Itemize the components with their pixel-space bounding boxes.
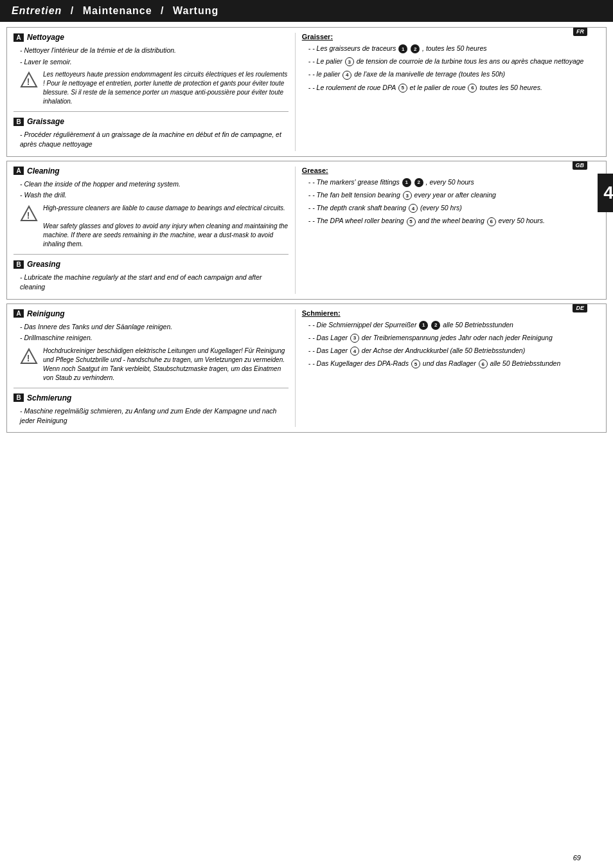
de-badge-5a: 5 [411, 359, 420, 368]
fr-greasing-label: B [13, 118, 24, 126]
de-cleaning-item-1: Das Innere des Tanks und der Säanlage re… [20, 322, 289, 332]
de-grease-item-1: - Die Schmiernippel der Spurreißer 1 2 a… [308, 320, 600, 330]
header-sep1: / [71, 5, 74, 16]
gb-greasing-title-text: Greasing [27, 260, 60, 269]
page-header: Entretien / Maintenance / Wartung [0, 0, 613, 22]
gb-badge-4: 4 [409, 204, 418, 213]
page-tab-number: 4 [603, 183, 613, 203]
de-warning-icon: ! [20, 348, 38, 366]
de-greasing-title: B Schmierung [13, 393, 289, 402]
fr-warning-text: Les nettoyeurs haute pression endommagen… [43, 70, 289, 106]
de-greasing-title-text: Schmierung [27, 393, 71, 402]
gb-cleaning-item-1: Clean the inside of the hopper and meter… [20, 179, 289, 189]
gb-grease-item-4: - The DPA wheel roller bearing 5 and the… [308, 216, 600, 226]
fr-grease-title: Graisser: [302, 33, 600, 41]
gb-cleaning-item-2: Wash the drill. [20, 190, 289, 200]
svg-text:!: ! [27, 210, 30, 221]
fr-cleaning-label: A [13, 33, 24, 42]
fr-grease-item-2: - Le palier 3 de tension de courroie de … [308, 57, 600, 66]
gb-grease-item-1: - The markers' grease fittings 1 2 , eve… [308, 177, 600, 187]
fr-cleaning-item-1: Nettoyer l'intérieur de la trémie et de … [20, 46, 289, 55]
header-sep2: / [161, 5, 164, 16]
svg-text:!: ! [27, 353, 30, 363]
fr-right-col: Graisser: - Les graisseurs de traceurs 1… [295, 33, 600, 151]
de-badge-4: 4 [350, 347, 359, 356]
fr-grease-item-4: - Le roulement de roue DPA 5 et le palie… [308, 83, 600, 93]
gb-grease-item-3: - The depth crank shaft bearing 4 (every… [308, 203, 600, 213]
gb-grease-title: Grease: [302, 167, 600, 174]
de-greasing-label: B [13, 393, 24, 402]
gb-cleaning-title-text: Cleaning [27, 167, 60, 176]
de-badge-3: 3 [350, 334, 359, 343]
fr-left-col: A Nettoyage Nettoyer l'intérieur de la t… [13, 33, 295, 151]
header-title3: Wartung [173, 5, 218, 16]
header-title2: Maintenance [83, 5, 152, 16]
gb-warning-icon: ! [20, 205, 38, 223]
gb-warning-line1: High-pressure cleaners are liable to cau… [43, 204, 285, 212]
gb-badge-5b: 6 [487, 217, 496, 226]
de-cleaning-title-text: Reinigung [27, 309, 65, 318]
fr-badge-4: 4 [342, 71, 351, 80]
gb-greasing-label: B [13, 260, 24, 269]
gb-grease-item-2: - The fan belt tension bearing 3 every y… [308, 190, 600, 200]
gb-right-col: Grease: - The markers' grease fittings 1… [295, 167, 600, 294]
page-number: 69 [573, 854, 581, 862]
fr-badge-5a: 5 [398, 84, 407, 93]
fr-greasing-title-text: Graissage [27, 117, 64, 126]
de-badge-1: 1 [419, 321, 428, 330]
fr-cleaning-title-text: Nettoyage [27, 33, 64, 42]
de-grease-item-3: - Das Lager 4 der Achse der Andruckkurbe… [308, 346, 600, 356]
fr-grease-item-3: - le palier 4 de l'axe de la manivelle d… [308, 69, 600, 79]
fr-section-block: A Nettoyage Nettoyer l'intérieur de la t… [6, 27, 607, 157]
de-badge-5b: 6 [479, 359, 488, 368]
gb-badge-2: 2 [414, 178, 423, 187]
gb-section-block: A Cleaning Clean the inside of the hoppe… [6, 161, 607, 300]
gb-warning-box: ! High-pressure cleaners are liable to c… [20, 204, 289, 249]
de-greasing-item-1: Maschine regelmäßig schmieren, zu Anfang… [20, 406, 289, 425]
gb-cleaning-label: A [13, 167, 24, 175]
header-title-italic: Entretien [12, 5, 62, 16]
de-badge-2: 2 [431, 321, 440, 330]
de-warning-box: ! Hochdruckreiniger beschädigen elektris… [20, 347, 289, 383]
gb-badge-3: 3 [403, 191, 412, 200]
gb-badge-5a: 5 [407, 217, 416, 226]
de-cleaning-title: A Reinigung [13, 309, 289, 318]
fr-greasing-item-1: Procéder régulièrement à un graissage de… [20, 130, 289, 149]
page-tab-4: 4 [598, 174, 613, 212]
fr-cleaning-title: A Nettoyage [13, 33, 289, 42]
fr-badge-2: 2 [411, 44, 420, 53]
gb-warning-text: High-pressure cleaners are liable to cau… [43, 204, 289, 249]
fr-badge-5b: 6 [468, 84, 477, 93]
gb-left-col: A Cleaning Clean the inside of the hoppe… [13, 167, 295, 294]
de-section-block: A Reinigung Das Innere des Tanks und der… [6, 303, 607, 433]
de-warning-text: Hochdruckreiniger beschädigen elektrisch… [43, 347, 289, 383]
gb-warning-line2: Wear safety glasses and gloves to avoid … [43, 222, 288, 248]
fr-warning-box: ! Les nettoyeurs haute pression endommag… [20, 70, 289, 106]
fr-warning-icon: ! [20, 71, 38, 89]
de-grease-title: Schmieren: [302, 309, 600, 317]
fr-badge-1: 1 [398, 44, 407, 53]
gb-badge-1: 1 [402, 178, 411, 187]
de-cleaning-label: A [13, 309, 24, 318]
de-cleaning-item-2: Drillmaschine reinigen. [20, 333, 289, 343]
de-grease-item-4: - Das Kugellager des DPA-Rads 5 und das … [308, 359, 600, 368]
fr-cleaning-item-2: Laver le semoir. [20, 57, 289, 67]
de-grease-item-2: - Das Lager 3 der Treibriemenspannung je… [308, 333, 600, 343]
gb-greasing-item-1: Lubricate the machine regularly at the s… [20, 273, 289, 291]
gb-cleaning-title: A Cleaning [13, 167, 289, 176]
de-left-col: A Reinigung Das Innere des Tanks und der… [13, 309, 295, 428]
svg-text:!: ! [27, 77, 30, 87]
gb-greasing-title: B Greasing [13, 260, 289, 269]
fr-badge-3: 3 [345, 57, 354, 66]
fr-grease-item-1: - Les graisseurs de traceurs 1 2 , toute… [308, 44, 600, 53]
de-right-col: Schmieren: - Die Schmiernippel der Spurr… [295, 309, 600, 428]
fr-greasing-title: B Graissage [13, 117, 289, 126]
